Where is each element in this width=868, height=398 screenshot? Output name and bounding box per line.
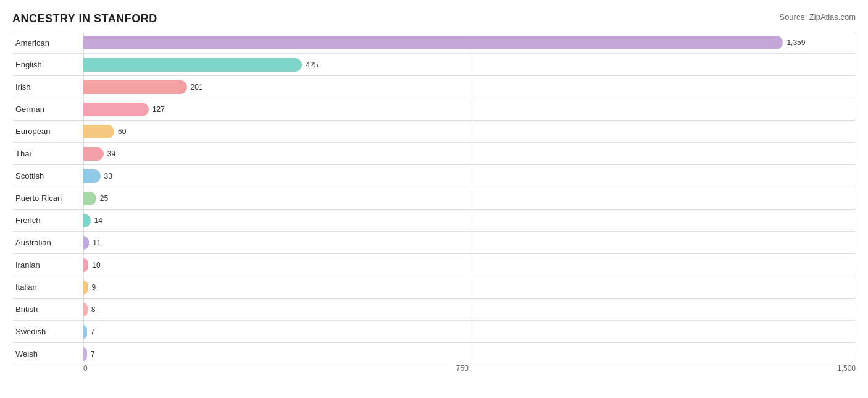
bar-fill — [83, 36, 783, 49]
bar-label: American — [12, 38, 83, 48]
bar-label: Iranian — [12, 260, 83, 269]
bar-fill — [83, 192, 96, 205]
x-axis: 07501,500 — [83, 359, 856, 378]
bar-value: 7 — [91, 350, 95, 358]
bar-label: German — [12, 104, 83, 114]
bar-value: 11 — [93, 239, 101, 247]
bar-fill — [83, 236, 89, 250]
bar-fill — [83, 125, 114, 138]
bar-fill — [83, 147, 104, 161]
bar-track: 39 — [83, 147, 856, 161]
bar-value: 39 — [107, 150, 115, 158]
bar-row: Italian9 — [12, 276, 856, 298]
bar-track: 9 — [83, 281, 856, 294]
bar-fill — [83, 58, 302, 72]
bar-track: 1,359 — [83, 36, 856, 49]
bar-row: Swedish7 — [12, 321, 856, 343]
bars-wrapper: American1,359English425Irish201German127… — [12, 32, 856, 359]
bar-fill — [83, 258, 88, 272]
bar-track: 127 — [83, 103, 856, 116]
bar-row: Thai39 — [12, 143, 856, 165]
bar-value: 25 — [100, 194, 108, 203]
bar-row: Iranian10 — [12, 254, 856, 276]
bar-fill — [83, 80, 187, 94]
bar-track: 10 — [83, 258, 856, 272]
bar-fill — [83, 325, 87, 339]
bar-label: Swedish — [12, 327, 83, 336]
bar-value: 425 — [306, 61, 318, 69]
bar-fill — [83, 169, 101, 183]
bar-fill — [83, 103, 149, 116]
bar-row: Australian11 — [12, 232, 856, 254]
bar-value: 8 — [91, 305, 96, 314]
header-row: ANCESTRY IN STANFORD Source: ZipAtlas.co… — [12, 12, 856, 25]
bar-label: Irish — [12, 82, 83, 91]
bar-track: 14 — [83, 214, 856, 227]
x-axis-label: 1,500 — [837, 364, 856, 373]
bar-value: 33 — [104, 172, 112, 180]
bar-track: 8 — [83, 303, 856, 316]
bar-row: Puerto Rican25 — [12, 187, 856, 210]
bar-row: American1,359 — [12, 32, 856, 54]
bar-value: 127 — [152, 105, 165, 114]
bar-label: Puerto Rican — [12, 193, 83, 203]
bar-track: 60 — [83, 125, 856, 138]
bar-row: Irish201 — [12, 76, 856, 98]
bar-value: 1,359 — [787, 38, 805, 47]
bar-label: English — [12, 60, 83, 69]
source-text: Source: ZipAtlas.com — [779, 12, 856, 22]
bar-label: Scottish — [12, 171, 83, 180]
bar-label: French — [12, 216, 83, 225]
bar-label: Italian — [12, 282, 83, 292]
chart-container: ANCESTRY IN STANFORD Source: ZipAtlas.co… — [0, 0, 868, 398]
bar-row: Scottish33 — [12, 165, 856, 187]
grid-line — [856, 32, 856, 359]
bar-track: 425 — [83, 58, 856, 72]
bar-row: English425 — [12, 54, 856, 76]
chart-title: ANCESTRY IN STANFORD — [12, 12, 157, 25]
bar-value: 9 — [92, 283, 96, 292]
bar-value: 10 — [92, 261, 100, 269]
bar-track: 11 — [83, 236, 856, 250]
bar-label: Thai — [12, 149, 83, 158]
bar-row: European60 — [12, 121, 856, 143]
chart-area: American1,359English425Irish201German127… — [12, 32, 856, 378]
bar-fill — [83, 281, 88, 294]
bar-track: 201 — [83, 80, 856, 94]
bar-fill — [83, 214, 91, 227]
x-axis-label: 0 — [83, 364, 88, 373]
bar-row: German127 — [12, 98, 856, 121]
bar-value: 60 — [118, 127, 126, 136]
bar-row: French14 — [12, 210, 856, 232]
bar-fill — [83, 303, 88, 316]
bar-value: 7 — [91, 328, 95, 336]
bar-value: 14 — [94, 216, 102, 225]
x-axis-label: 750 — [456, 364, 469, 373]
bar-label: European — [12, 127, 83, 136]
bar-label: Welsh — [12, 349, 83, 358]
bar-label: Australian — [12, 238, 83, 247]
bar-row: British8 — [12, 298, 856, 321]
bar-value: 201 — [191, 83, 203, 91]
bar-label: British — [12, 305, 83, 314]
bar-track: 33 — [83, 169, 856, 183]
bar-track: 7 — [83, 325, 856, 339]
bar-track: 25 — [83, 192, 856, 205]
